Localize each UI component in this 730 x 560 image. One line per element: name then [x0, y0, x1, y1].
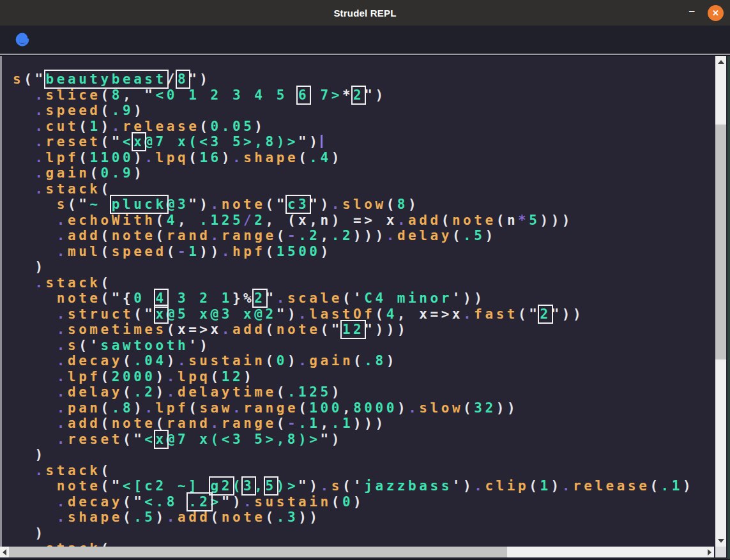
- code-token: 1: [89, 119, 100, 134]
- code-token: .: [57, 353, 68, 368]
- code-token: (: [266, 353, 277, 368]
- code-token: ): [222, 150, 232, 165]
- vertical-scrollbar-thumb[interactable]: [715, 125, 726, 359]
- code-token: [13, 213, 57, 228]
- code-token: reset: [68, 432, 123, 447]
- code-token: .: [167, 369, 178, 384]
- code-token: ): [101, 119, 112, 134]
- scroll-up-icon[interactable]: [718, 60, 724, 64]
- code-token: .9: [112, 103, 133, 118]
- code-line: ): [13, 447, 694, 463]
- code-token: [13, 103, 34, 118]
- code-token: .: [57, 400, 68, 416]
- code-token: note: [452, 213, 496, 228]
- code-token: .: [232, 400, 243, 416]
- active-token-highlight: x: [156, 306, 167, 322]
- code-token: >: [211, 494, 222, 510]
- code-token: speed: [112, 244, 167, 259]
- code-token: .2: [133, 384, 155, 400]
- active-token-highlight: 2: [353, 87, 364, 103]
- code-token: (: [266, 244, 277, 259]
- code-line: .decay(.04).sustain(0).gain(.8): [13, 353, 694, 369]
- active-token-highlight: 5: [266, 478, 277, 494]
- code-token: (: [386, 197, 397, 212]
- code-token: delaytime: [178, 384, 277, 400]
- horizontal-scrollbar[interactable]: [0, 547, 714, 557]
- scroll-right-icon[interactable]: [708, 549, 711, 556]
- code-token: (: [463, 400, 474, 416]
- code-token: (: [277, 416, 287, 431]
- code-token: .: [57, 432, 68, 447]
- code-token: .125: [199, 213, 243, 228]
- code-token: lpf: [46, 150, 79, 165]
- titlebar[interactable]: Strudel REPL – ✕: [0, 0, 730, 26]
- vertical-scrollbar[interactable]: [715, 56, 726, 547]
- active-token-highlight: 12: [342, 322, 364, 337]
- code-token: 0: [342, 494, 353, 510]
- code-token: .: [34, 165, 45, 181]
- code-token: [13, 322, 57, 337]
- code-token: (: [101, 275, 112, 291]
- code-token: ): [167, 353, 178, 368]
- code-line: .add(note(rand.range(-.2,.2))).delay(.5): [13, 228, 694, 244]
- code-token: /: [167, 72, 178, 87]
- code-token: s: [13, 72, 24, 87]
- code-token: ,: [309, 213, 320, 228]
- window-right-border: [727, 56, 730, 559]
- close-button[interactable]: ✕: [708, 5, 724, 21]
- code-token: ): [133, 400, 144, 416]
- code-token: [13, 275, 34, 291]
- scroll-down-icon[interactable]: [718, 539, 724, 543]
- code-token: .: [331, 197, 342, 212]
- code-token: 100: [309, 400, 342, 416]
- editor-frame: s("beautybeast/8") .slice(8, "<0 1 2 3 4…: [0, 56, 730, 559]
- code-token: 1500: [277, 244, 321, 259]
- code-area[interactable]: s("beautybeast/8") .slice(8, "<0 1 2 3 4…: [13, 72, 694, 547]
- code-line: .sometimes(x=>x.add(note("12"))): [13, 322, 694, 338]
- code-token: slice: [46, 87, 101, 103]
- code-token: slow: [419, 400, 463, 416]
- code-token: =>: [430, 306, 452, 322]
- code-token: (: [331, 494, 342, 510]
- strudel-logo-icon[interactable]: [13, 30, 32, 49]
- code-token: add: [232, 322, 266, 337]
- active-token-highlight: x: [133, 134, 144, 149]
- code-line: ): [13, 259, 694, 275]
- code-token: "): [222, 494, 243, 510]
- code-token: "): [364, 87, 386, 103]
- code-token: 2000: [112, 369, 156, 384]
- code-token: .: [144, 400, 155, 416]
- code-token: (: [529, 478, 540, 494]
- code-token: [13, 150, 34, 165]
- code-line: .reset("<x@7 x(<3 5>,8)>"): [13, 134, 694, 150]
- scroll-left-icon[interactable]: [3, 549, 6, 556]
- code-token: .: [34, 119, 45, 134]
- code-token: )>: [277, 478, 298, 494]
- code-token: (: [496, 213, 507, 228]
- code-token: "): [277, 306, 298, 322]
- code-token: ("{: [101, 291, 134, 306]
- code-token: (": [101, 478, 123, 494]
- code-token: .: [144, 150, 155, 165]
- code-line: .lpf(2000).lpq(12): [13, 369, 694, 385]
- code-token: .4: [309, 150, 331, 165]
- code-token: stack: [46, 181, 101, 197]
- code-token: (: [167, 244, 178, 259]
- code-token: x: [386, 213, 397, 228]
- code-token: )): [496, 400, 518, 416]
- code-token: "): [188, 197, 210, 212]
- code-token: (": [133, 306, 155, 322]
- code-token: .1: [298, 416, 320, 431]
- code-token: (": [518, 306, 540, 322]
- code-token: (: [101, 416, 112, 431]
- code-token: <0 1 2 3 4 5: [156, 87, 299, 103]
- code-token: ) =>: [331, 213, 386, 228]
- code-token: (': [342, 291, 364, 306]
- horizontal-scrollbar-thumb[interactable]: [9, 547, 507, 557]
- code-token: decay: [68, 494, 123, 510]
- code-token: (": [101, 134, 123, 149]
- code-editor[interactable]: s("beautybeast/8") .slice(8, "<0 1 2 3 4…: [2, 56, 715, 547]
- code-token: (: [79, 150, 89, 165]
- minimize-button[interactable]: –: [687, 6, 697, 20]
- code-token: .5: [463, 228, 485, 243]
